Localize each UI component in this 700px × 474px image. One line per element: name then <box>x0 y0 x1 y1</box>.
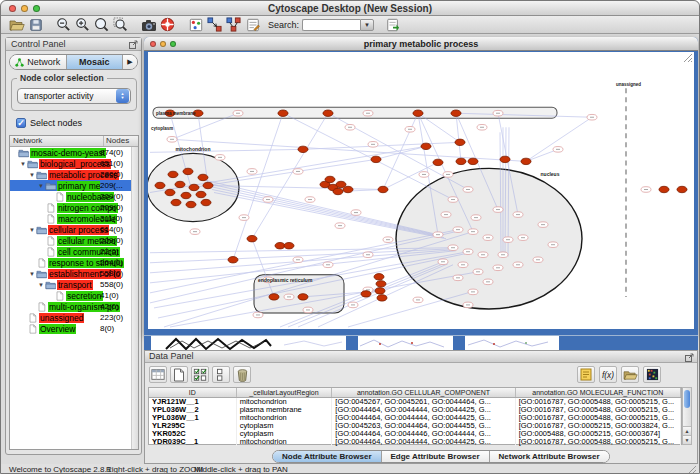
tree-row-metabolic-process[interactable]: ▼metabolic process280(0) <box>10 169 138 180</box>
graph-node[interactable] <box>376 281 386 287</box>
table-row[interactable]: YJR121W__1mitochondrion[GO:0045267, GO:0… <box>149 398 681 406</box>
tab-network[interactable]: Network <box>10 55 67 69</box>
network-canvas[interactable]: plasma membranecytoplasmmitochondrionnuc… <box>148 52 694 329</box>
tree-row-nucleobase-[interactable]: nucleobase-209(0) <box>10 191 138 202</box>
zoom-in-icon[interactable] <box>73 17 92 33</box>
graph-node[interactable] <box>298 146 308 152</box>
graph-node[interactable] <box>371 156 381 162</box>
tree-row-macromolecule[interactable]: macromolecule311(0) <box>10 213 138 224</box>
graph-node[interactable] <box>168 171 178 177</box>
column-header-1[interactable]: _cellularLayoutRegion <box>237 388 333 397</box>
tree-expand-arrow[interactable]: ▼ <box>37 282 45 288</box>
graph-node[interactable] <box>421 143 431 149</box>
graph-node[interactable] <box>183 168 193 174</box>
select-nodes-checkbox[interactable]: ✓ <box>16 118 26 128</box>
tree-row-mosaic-demo-yeast[interactable]: mosaic-demo-yeast874(0) <box>10 147 138 158</box>
tree-expand-arrow[interactable]: ▼ <box>28 227 36 233</box>
tab-node-attribute-browser[interactable]: Node Attribute Browser <box>273 451 382 462</box>
column-header-3[interactable]: annotation.GO MOLECULAR_FUNCTION <box>516 388 681 397</box>
graph-node[interactable] <box>521 158 531 164</box>
graph-node[interactable] <box>500 156 510 162</box>
tab-mosaic[interactable]: Mosaic <box>67 55 124 69</box>
graph-node[interactable] <box>186 201 196 207</box>
graph-node[interactable] <box>413 110 423 116</box>
import-table-icon[interactable] <box>621 366 639 383</box>
attribute-table-header[interactable]: ID_cellularLayoutRegionannotation.GO CEL… <box>149 388 681 398</box>
delete-attribute-icon[interactable] <box>233 366 251 383</box>
graph-node[interactable] <box>181 192 191 198</box>
graph-node[interactable] <box>659 186 669 192</box>
zoom-out-icon[interactable] <box>54 17 73 33</box>
graph-node[interactable] <box>203 182 213 188</box>
graph-node[interactable] <box>451 110 461 116</box>
open-session-icon[interactable] <box>7 17 26 33</box>
table-row[interactable]: YDR039C__1mitochondrion[GO:0044464, GO:0… <box>149 438 681 446</box>
graph-node[interactable] <box>175 181 185 187</box>
help-icon[interactable] <box>158 17 177 33</box>
table-row[interactable]: YPL036W__2plasma membrane[GO:0044464, GO… <box>149 406 681 414</box>
graph-node[interactable] <box>336 181 346 187</box>
tree-row-nitrogen-compo[interactable]: nitrogen compo209(0) <box>10 202 138 213</box>
tree-row-response-to-stimulu[interactable]: response to stimulu264(0) <box>10 257 138 268</box>
graph-node[interactable] <box>155 182 165 188</box>
tree-row-multi-organism-pro[interactable]: multi-organism pro42(0) <box>10 301 138 312</box>
tree-row-unassigned[interactable]: unassigned223(0) <box>10 312 138 323</box>
graph-node[interactable] <box>201 199 211 205</box>
node-color-attribute-select[interactable]: transporter activity ▲▼ <box>17 88 131 104</box>
graph-node[interactable] <box>375 288 385 294</box>
tab-network-attribute-browser[interactable]: Network Attribute Browser <box>490 451 609 462</box>
float-panel-icon[interactable] <box>129 40 138 49</box>
matrix-view-icon[interactable] <box>643 366 661 383</box>
search-options-chevron[interactable]: ▼ <box>360 19 374 31</box>
table-row[interactable]: YLR295Ccytoplasm[GO:0045263, GO:0044464,… <box>149 422 681 430</box>
function-builder-icon[interactable]: f(x) <box>599 366 617 383</box>
graph-node[interactable] <box>361 291 371 297</box>
save-session-icon[interactable] <box>26 17 45 33</box>
tree-scrollbar[interactable] <box>131 147 138 449</box>
tree-row-primary-metabo[interactable]: ▼primary metabo209(... <box>10 180 138 191</box>
scroll-down-arrow[interactable]: ▼ <box>683 435 691 444</box>
graph-node[interactable] <box>455 139 465 145</box>
more-tabs-button[interactable]: ▶ <box>123 55 137 69</box>
zoom-selected-icon[interactable] <box>111 17 130 33</box>
column-header-2[interactable]: annotation.GO CELLULAR_COMPONENT <box>332 388 515 397</box>
graph-node[interactable] <box>378 186 388 192</box>
zoom-fit-icon[interactable] <box>92 17 111 33</box>
snapshot-icon[interactable] <box>139 17 158 33</box>
graph-node[interactable] <box>278 110 288 116</box>
graph-node[interactable] <box>196 191 206 197</box>
graph-node[interactable] <box>228 257 238 263</box>
graph-node[interactable] <box>468 158 478 164</box>
link-icon[interactable] <box>383 17 402 33</box>
float-panel-icon[interactable] <box>685 353 694 362</box>
tree-row-biological-process[interactable]: ▼biological_process651(0) <box>10 158 138 169</box>
column-header-0[interactable]: ID <box>149 388 237 397</box>
tree-column-network[interactable]: Network <box>10 136 104 146</box>
table-row[interactable]: YPL036W__1mitochondrion[GO:0044464, GO:0… <box>149 414 681 422</box>
table-scrollbar-thumb[interactable] <box>684 390 690 408</box>
graph-node[interactable] <box>198 174 208 180</box>
graph-node[interactable] <box>377 295 387 301</box>
annotation-note-icon[interactable] <box>577 366 595 383</box>
tree-column-nodes[interactable]: Nodes <box>104 136 138 146</box>
graph-node[interactable] <box>374 274 384 280</box>
tree-row-cellular-metabo[interactable]: cellular metabo209(0) <box>10 235 138 246</box>
tree-row-overview[interactable]: Overview8(0) <box>10 323 138 334</box>
tree-row-cell-communicat[interactable]: cell communicat22(0) <box>10 246 138 257</box>
graph-node[interactable] <box>323 110 333 116</box>
scroll-up-arrow[interactable]: ▲ <box>683 426 691 435</box>
create-attribute-icon[interactable] <box>170 366 188 383</box>
tree-row-transport[interactable]: ▼transport558(0) <box>10 279 138 290</box>
graph-node[interactable] <box>165 189 175 195</box>
graph-node[interactable] <box>189 184 199 190</box>
tab-edge-attribute-browser[interactable]: Edge Attribute Browser <box>382 451 490 462</box>
graph-node[interactable] <box>284 242 294 248</box>
graph-node[interactable] <box>275 242 285 248</box>
graph-node[interactable] <box>247 235 257 241</box>
table-row[interactable]: YKR052Ccytoplasm[GO:0044464, GO:0044446,… <box>149 430 681 438</box>
tree-row-cellular-process[interactable]: ▼cellular process614(0) <box>10 224 138 235</box>
tree-expand-arrow[interactable]: ▼ <box>28 172 36 178</box>
filter-icon[interactable] <box>243 17 262 33</box>
unselect-all-attributes-icon[interactable] <box>212 366 230 383</box>
select-attributes-icon[interactable] <box>149 366 167 383</box>
